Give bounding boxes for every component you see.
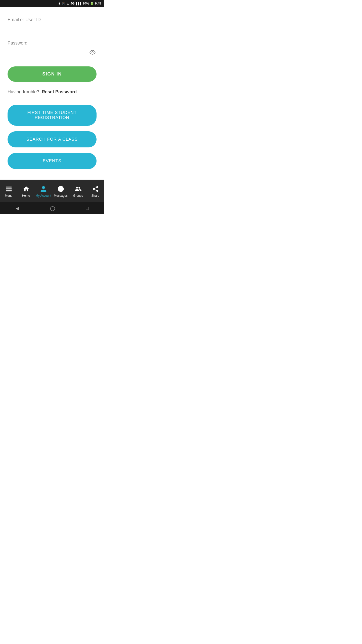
home-icon [22, 185, 30, 193]
vibrate-icon: 📳 [62, 2, 65, 5]
signal-icon: ▌▌▌ [76, 2, 82, 5]
nav-label-groups: Groups [73, 194, 83, 197]
search-for-class-button[interactable]: SEARCH FOR A CLASS [8, 131, 97, 147]
share-icon [92, 185, 100, 193]
events-button[interactable]: EVENTS [8, 153, 97, 169]
svg-rect-3 [6, 190, 12, 191]
clock: 9:45 [95, 2, 101, 5]
email-field-group: Email or User ID [8, 17, 97, 33]
nav-item-menu[interactable]: Menu [0, 185, 17, 197]
battery-icon: 🔋 [90, 2, 94, 5]
password-toggle-icon[interactable] [89, 49, 96, 57]
first-time-registration-button[interactable]: FIRST TIME STUDENT REGISTRATION [8, 105, 97, 126]
reset-password-link[interactable]: Reset Password [42, 89, 77, 95]
nav-label-share: Share [91, 194, 99, 197]
email-input[interactable] [8, 25, 97, 31]
nav-item-share[interactable]: Share [87, 185, 104, 197]
sign-in-button[interactable]: SIGN IN [8, 66, 97, 82]
password-label: Password [8, 41, 97, 46]
back-button[interactable]: ◀ [16, 206, 19, 211]
nav-label-messages: Messages [54, 194, 68, 197]
nav-item-groups[interactable]: Groups [69, 185, 87, 197]
android-nav-bar: ◀ ◯ □ [0, 202, 104, 214]
nav-label-my-account: My Account [35, 194, 51, 197]
bottom-nav: Menu Home My Account Messages [0, 180, 104, 202]
nav-label-home: Home [22, 194, 30, 197]
battery-percentage: 94% [83, 2, 89, 5]
email-label: Email or User ID [8, 17, 97, 22]
svg-rect-2 [6, 188, 12, 189]
status-bar: ✱ 📳 ▲ 4G ▌▌▌ 94% 🔋 9:45 [0, 0, 104, 7]
main-content: Email or User ID Password SIGN IN Having… [0, 7, 104, 180]
status-icons: ✱ 📳 ▲ 4G ▌▌▌ 94% 🔋 9:45 [58, 2, 101, 5]
svg-point-0 [92, 52, 93, 53]
svg-rect-1 [6, 187, 12, 188]
password-field-group: Password [8, 41, 97, 56]
nav-label-menu: Menu [5, 194, 12, 197]
menu-icon [5, 185, 13, 193]
groups-icon [74, 185, 82, 193]
messages-icon [57, 185, 65, 193]
trouble-section: Having trouble? Reset Password [8, 89, 97, 95]
recents-button[interactable]: □ [86, 206, 89, 211]
account-icon [39, 185, 48, 193]
network-type: 4G [71, 2, 75, 5]
password-input-wrapper [8, 49, 97, 56]
bluetooth-icon: ✱ [58, 2, 61, 5]
nav-item-home[interactable]: Home [17, 185, 35, 197]
nav-item-my-account[interactable]: My Account [35, 185, 52, 197]
nav-item-messages[interactable]: Messages [52, 185, 69, 197]
wifi-icon: ▲ [67, 2, 69, 5]
home-button[interactable]: ◯ [50, 206, 55, 211]
email-input-wrapper [8, 25, 97, 33]
password-input[interactable] [8, 49, 97, 54]
trouble-text: Having trouble? [8, 89, 39, 95]
